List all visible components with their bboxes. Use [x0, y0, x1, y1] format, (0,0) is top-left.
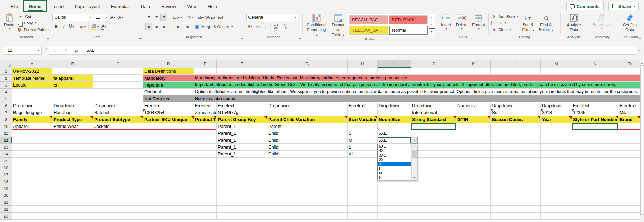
cell-H10[interactable]: [348, 123, 378, 130]
underline-button[interactable]: U▾: [68, 23, 75, 30]
cell-C4[interactable]: [93, 89, 143, 95]
wrap-text-button[interactable]: ab↩ Wrap Text: [198, 14, 224, 21]
cell-C5[interactable]: [93, 95, 143, 102]
cell-H20[interactable]: [348, 192, 378, 199]
comma-style-button[interactable]: ,: [262, 23, 269, 30]
row-header-5[interactable]: 5: [0, 95, 12, 102]
cell-N22[interactable]: [572, 206, 618, 213]
autosum-button[interactable]: Σ AutoSum ▾: [491, 13, 519, 20]
cell-I7[interactable]: [378, 109, 411, 116]
dropdown-scroll-thumb[interactable]: [412, 150, 417, 158]
cell-F13[interactable]: Parent_1: [217, 144, 267, 151]
cell-C1[interactable]: [93, 68, 143, 75]
cell-H17[interactable]: [348, 171, 378, 178]
tab-home[interactable]: Home: [23, 0, 47, 12]
cell-E5[interactable]: Not relevant/required.: [194, 95, 640, 102]
cell-O23[interactable]: [618, 213, 640, 220]
column-header-N[interactable]: N: [572, 60, 618, 68]
cell-K7[interactable]: [456, 109, 491, 116]
cell-J17[interactable]: [411, 171, 456, 178]
cell-J6[interactable]: Dropdown: [411, 102, 456, 109]
cell-G22[interactable]: [267, 206, 348, 213]
cell-E3[interactable]: Important attributes are highlighted in …: [194, 82, 640, 89]
cell-E10[interactable]: [194, 123, 217, 130]
cell-E21[interactable]: [194, 199, 217, 206]
cell-M19[interactable]: [541, 185, 572, 192]
cell-E18[interactable]: [194, 178, 217, 185]
cell-I21[interactable]: [378, 199, 411, 206]
cell-F15[interactable]: [217, 158, 267, 164]
row-header-1[interactable]: 1: [0, 68, 12, 75]
cell-C2[interactable]: [93, 75, 143, 82]
cell-C10[interactable]: Jackets: [93, 123, 143, 130]
gallery-scroll-down-button[interactable]: ▼: [429, 21, 435, 28]
cell-B17[interactable]: [52, 171, 93, 178]
cell-F6[interactable]: Freetext: [217, 102, 267, 109]
cell-B1[interactable]: [52, 68, 93, 75]
tab-formulas[interactable]: Formulas: [106, 0, 135, 12]
cell-L7[interactable]: Ss: [491, 109, 541, 116]
cell-A16[interactable]: [12, 164, 52, 171]
cell-B18[interactable]: [52, 178, 93, 185]
cell-D14[interactable]: [143, 151, 194, 158]
cell-I20[interactable]: [378, 192, 411, 199]
accounting-format-button[interactable]: $▾: [246, 23, 253, 30]
cell-G21[interactable]: [267, 199, 348, 206]
cell-B2[interactable]: fa apparel: [52, 75, 93, 82]
decrease-font-size-button[interactable]: A▼: [117, 14, 125, 21]
cell-L18[interactable]: [491, 178, 541, 185]
cell-G16[interactable]: [267, 164, 348, 171]
cell-L22[interactable]: [491, 206, 541, 213]
cell-E8[interactable]: Product Title: [194, 116, 217, 123]
column-header-F[interactable]: F: [217, 60, 267, 68]
cell-M1[interactable]: [541, 68, 572, 75]
cell-L1[interactable]: [491, 68, 541, 75]
cell-F22[interactable]: [217, 206, 267, 213]
cell-O8[interactable]: Brand: [618, 116, 640, 123]
cell-C12[interactable]: [93, 137, 143, 144]
cell-E12[interactable]: [194, 137, 217, 144]
cell-G23[interactable]: [267, 213, 348, 220]
cell-A4[interactable]: [12, 89, 52, 95]
row-header-13[interactable]: 13: [0, 144, 12, 151]
row-header-6[interactable]: 6: [0, 102, 12, 109]
column-header-K[interactable]: K: [456, 60, 491, 68]
sensitivity-button[interactable]: Sensitivity ▾: [591, 13, 612, 31]
cell-D10[interactable]: [143, 123, 194, 130]
number-dialog-launcher[interactable]: [299, 36, 301, 39]
cell-C13[interactable]: [93, 144, 143, 151]
cell-C16[interactable]: [93, 164, 143, 171]
cell-J10[interactable]: [411, 123, 456, 130]
cell-L23[interactable]: [491, 213, 541, 220]
cell-A6[interactable]: Dropdown: [12, 102, 52, 109]
cell-K6[interactable]: Numerical: [456, 102, 491, 109]
cell-K22[interactable]: [456, 206, 491, 213]
cell-E1[interactable]: [194, 68, 217, 75]
cell-B4[interactable]: [52, 89, 93, 95]
cell-O16[interactable]: [618, 164, 640, 171]
cell-I23[interactable]: [378, 213, 411, 220]
cell-G17[interactable]: [267, 171, 348, 178]
cell-L15[interactable]: [491, 158, 541, 164]
cell-G15[interactable]: [267, 158, 348, 164]
cell-H12[interactable]: M: [348, 137, 378, 144]
cell-C7[interactable]: Satchel: [93, 109, 143, 116]
cell-I1[interactable]: [378, 68, 411, 75]
cell-L14[interactable]: [491, 151, 541, 158]
cell-J16[interactable]: [411, 164, 456, 171]
cell-D11[interactable]: [143, 130, 194, 137]
cell-A11[interactable]: [12, 130, 52, 137]
column-header-I[interactable]: I: [378, 60, 411, 68]
row-header-19[interactable]: 19: [0, 185, 12, 192]
font-dialog-launcher[interactable]: [139, 36, 142, 39]
row-header-14[interactable]: 14: [0, 151, 12, 158]
formula-input[interactable]: 5XL: [84, 48, 94, 53]
cell-F20[interactable]: [217, 192, 267, 199]
scroll-up-arrow[interactable]: ▲: [640, 60, 644, 66]
cell-H21[interactable]: [348, 199, 378, 206]
bold-button[interactable]: B: [52, 23, 59, 30]
cell-G11[interactable]: Child: [267, 130, 348, 137]
cell-L13[interactable]: [491, 144, 541, 151]
gallery-more-button[interactable]: ▼: [429, 28, 435, 36]
cell-N16[interactable]: [572, 164, 618, 171]
